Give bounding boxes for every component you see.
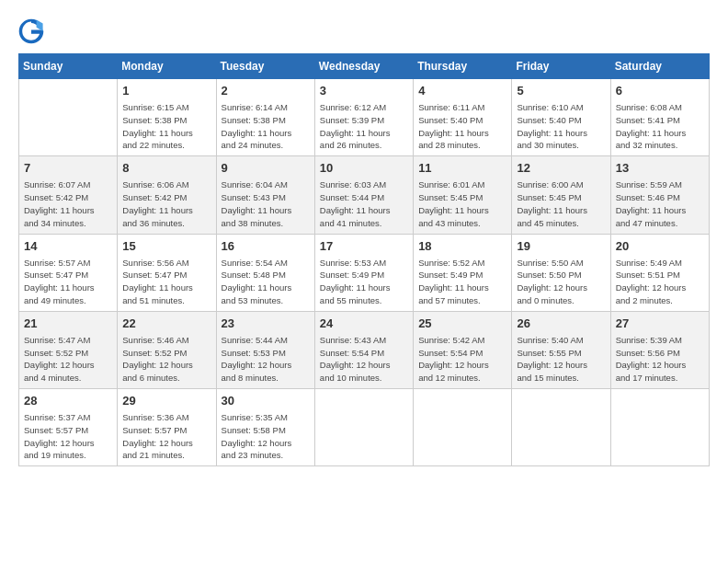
day-number: 26 — [517, 316, 605, 332]
day-info: Sunrise: 6:00 AM Sunset: 5:45 PM Dayligh… — [517, 178, 605, 229]
day-info: Sunrise: 5:43 AM Sunset: 5:54 PM Dayligh… — [320, 334, 408, 385]
day-number: 28 — [24, 393, 112, 409]
logo-icon — [18, 18, 44, 44]
day-info: Sunrise: 6:14 AM Sunset: 5:38 PM Dayligh… — [222, 101, 310, 152]
calendar-cell: 18Sunrise: 5:52 AM Sunset: 5:49 PM Dayli… — [414, 234, 512, 311]
day-number: 29 — [122, 393, 210, 409]
calendar-cell: 29Sunrise: 5:36 AM Sunset: 5:57 PM Dayli… — [118, 389, 216, 466]
calendar-cell: 28Sunrise: 5:37 AM Sunset: 5:57 PM Dayli… — [19, 389, 118, 466]
day-header-tuesday: Tuesday — [216, 54, 314, 79]
calendar-table: SundayMondayTuesdayWednesdayThursdayFrid… — [18, 53, 710, 466]
day-info: Sunrise: 5:47 AM Sunset: 5:52 PM Dayligh… — [24, 334, 112, 385]
day-info: Sunrise: 5:50 AM Sunset: 5:50 PM Dayligh… — [517, 257, 605, 307]
calendar-cell: 27Sunrise: 5:39 AM Sunset: 5:56 PM Dayli… — [610, 311, 709, 388]
day-header-thursday: Thursday — [414, 54, 512, 79]
calendar-cell: 20Sunrise: 5:49 AM Sunset: 5:51 PM Dayli… — [610, 234, 709, 311]
calendar-cell: 7Sunrise: 6:07 AM Sunset: 5:42 PM Daylig… — [19, 156, 118, 234]
calendar-cell: 1Sunrise: 6:15 AM Sunset: 5:38 PM Daylig… — [118, 79, 216, 156]
calendar-cell — [414, 389, 512, 466]
calendar-cell: 5Sunrise: 6:10 AM Sunset: 5:40 PM Daylig… — [512, 79, 610, 156]
day-info: Sunrise: 6:07 AM Sunset: 5:42 PM Dayligh… — [24, 178, 112, 229]
header — [18, 18, 710, 44]
day-number: 9 — [222, 160, 310, 177]
day-header-monday: Monday — [118, 54, 216, 79]
day-info: Sunrise: 5:35 AM Sunset: 5:58 PM Dayligh… — [222, 411, 310, 462]
day-number: 2 — [222, 83, 310, 99]
calendar-cell: 15Sunrise: 5:56 AM Sunset: 5:47 PM Dayli… — [118, 234, 216, 311]
day-number: 13 — [616, 160, 704, 177]
calendar-cell: 12Sunrise: 6:00 AM Sunset: 5:45 PM Dayli… — [512, 156, 610, 234]
calendar-cell: 14Sunrise: 5:57 AM Sunset: 5:47 PM Dayli… — [19, 234, 118, 311]
day-number: 3 — [320, 83, 408, 99]
day-info: Sunrise: 5:39 AM Sunset: 5:56 PM Dayligh… — [616, 334, 704, 385]
day-info: Sunrise: 5:59 AM Sunset: 5:46 PM Dayligh… — [616, 178, 704, 229]
day-number: 6 — [616, 83, 704, 99]
day-info: Sunrise: 6:04 AM Sunset: 5:43 PM Dayligh… — [222, 178, 310, 229]
day-info: Sunrise: 6:12 AM Sunset: 5:39 PM Dayligh… — [320, 101, 408, 152]
day-number: 21 — [24, 316, 112, 332]
day-header-sunday: Sunday — [19, 54, 118, 79]
day-info: Sunrise: 5:36 AM Sunset: 5:57 PM Dayligh… — [122, 411, 210, 462]
day-info: Sunrise: 6:11 AM Sunset: 5:40 PM Dayligh… — [418, 101, 506, 152]
calendar-cell: 4Sunrise: 6:11 AM Sunset: 5:40 PM Daylig… — [414, 79, 512, 156]
calendar-cell: 23Sunrise: 5:44 AM Sunset: 5:53 PM Dayli… — [216, 311, 314, 388]
day-info: Sunrise: 5:40 AM Sunset: 5:55 PM Dayligh… — [517, 334, 605, 385]
page-wrapper: SundayMondayTuesdayWednesdayThursdayFrid… — [18, 18, 710, 466]
calendar-week-row: 14Sunrise: 5:57 AM Sunset: 5:47 PM Dayli… — [19, 234, 710, 311]
day-header-friday: Friday — [512, 54, 610, 79]
calendar-cell — [314, 389, 413, 466]
day-number: 5 — [517, 83, 605, 99]
calendar-cell: 10Sunrise: 6:03 AM Sunset: 5:44 PM Dayli… — [314, 156, 413, 234]
day-info: Sunrise: 6:15 AM Sunset: 5:38 PM Dayligh… — [122, 101, 210, 152]
calendar-cell: 30Sunrise: 5:35 AM Sunset: 5:58 PM Dayli… — [216, 389, 314, 466]
day-header-saturday: Saturday — [610, 54, 709, 79]
day-number: 8 — [122, 160, 210, 177]
day-info: Sunrise: 5:44 AM Sunset: 5:53 PM Dayligh… — [222, 334, 310, 385]
day-info: Sunrise: 5:49 AM Sunset: 5:51 PM Dayligh… — [616, 257, 704, 307]
calendar-cell: 3Sunrise: 6:12 AM Sunset: 5:39 PM Daylig… — [314, 79, 413, 156]
calendar-cell: 24Sunrise: 5:43 AM Sunset: 5:54 PM Dayli… — [314, 311, 413, 388]
calendar-cell — [610, 389, 709, 466]
calendar-week-row: 28Sunrise: 5:37 AM Sunset: 5:57 PM Dayli… — [19, 389, 710, 466]
calendar-week-row: 21Sunrise: 5:47 AM Sunset: 5:52 PM Dayli… — [19, 311, 710, 388]
day-number: 27 — [616, 316, 704, 332]
day-number: 7 — [24, 160, 112, 177]
day-info: Sunrise: 6:08 AM Sunset: 5:41 PM Dayligh… — [616, 101, 704, 152]
calendar-header-row: SundayMondayTuesdayWednesdayThursdayFrid… — [19, 54, 710, 79]
calendar-cell: 25Sunrise: 5:42 AM Sunset: 5:54 PM Dayli… — [414, 311, 512, 388]
day-header-wednesday: Wednesday — [314, 54, 413, 79]
day-number: 30 — [222, 393, 310, 409]
calendar-cell: 9Sunrise: 6:04 AM Sunset: 5:43 PM Daylig… — [216, 156, 314, 234]
day-number: 22 — [122, 316, 210, 332]
day-number: 17 — [320, 238, 408, 255]
calendar-cell: 11Sunrise: 6:01 AM Sunset: 5:45 PM Dayli… — [414, 156, 512, 234]
day-number: 19 — [517, 238, 605, 255]
calendar-cell: 26Sunrise: 5:40 AM Sunset: 5:55 PM Dayli… — [512, 311, 610, 388]
calendar-cell: 19Sunrise: 5:50 AM Sunset: 5:50 PM Dayli… — [512, 234, 610, 311]
day-number: 11 — [418, 160, 506, 177]
day-info: Sunrise: 5:42 AM Sunset: 5:54 PM Dayligh… — [418, 334, 506, 385]
day-info: Sunrise: 5:56 AM Sunset: 5:47 PM Dayligh… — [122, 257, 210, 307]
calendar-week-row: 7Sunrise: 6:07 AM Sunset: 5:42 PM Daylig… — [19, 156, 710, 234]
calendar-cell: 16Sunrise: 5:54 AM Sunset: 5:48 PM Dayli… — [216, 234, 314, 311]
day-info: Sunrise: 5:46 AM Sunset: 5:52 PM Dayligh… — [122, 334, 210, 385]
day-info: Sunrise: 5:53 AM Sunset: 5:49 PM Dayligh… — [320, 257, 408, 307]
day-info: Sunrise: 6:06 AM Sunset: 5:42 PM Dayligh… — [122, 178, 210, 229]
calendar-cell — [19, 79, 118, 156]
day-info: Sunrise: 5:54 AM Sunset: 5:48 PM Dayligh… — [222, 257, 310, 307]
day-number: 18 — [418, 238, 506, 255]
day-info: Sunrise: 5:37 AM Sunset: 5:57 PM Dayligh… — [24, 411, 112, 462]
calendar-cell: 8Sunrise: 6:06 AM Sunset: 5:42 PM Daylig… — [118, 156, 216, 234]
day-number: 20 — [616, 238, 704, 255]
day-info: Sunrise: 6:10 AM Sunset: 5:40 PM Dayligh… — [517, 101, 605, 152]
day-info: Sunrise: 5:52 AM Sunset: 5:49 PM Dayligh… — [418, 257, 506, 307]
day-number: 1 — [122, 83, 210, 99]
day-number: 15 — [122, 238, 210, 255]
calendar-cell: 6Sunrise: 6:08 AM Sunset: 5:41 PM Daylig… — [610, 79, 709, 156]
day-number: 23 — [222, 316, 310, 332]
calendar-cell: 2Sunrise: 6:14 AM Sunset: 5:38 PM Daylig… — [216, 79, 314, 156]
day-number: 4 — [418, 83, 506, 99]
calendar-cell — [512, 389, 610, 466]
day-info: Sunrise: 6:01 AM Sunset: 5:45 PM Dayligh… — [418, 178, 506, 229]
calendar-week-row: 1Sunrise: 6:15 AM Sunset: 5:38 PM Daylig… — [19, 79, 710, 156]
